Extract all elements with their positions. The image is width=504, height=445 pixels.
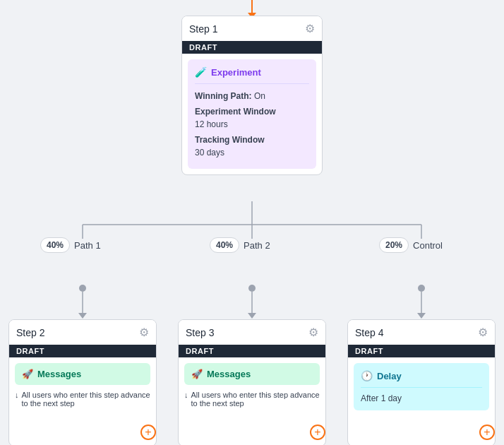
experiment-window: Experiment Window 12 hours: [195, 105, 309, 131]
svg-point-7: [79, 285, 86, 292]
step4-gear-icon[interactable]: ⚙: [478, 326, 488, 339]
svg-point-10: [248, 285, 256, 292]
svg-marker-9: [78, 313, 87, 319]
control-badge: 20% Control: [379, 237, 443, 253]
clock-icon: 🕐: [361, 370, 373, 381]
step4-delay-title: 🕐 Delay: [361, 370, 482, 388]
step3-card: Step 3 ⚙ DRAFT 🚀 Messages ↓ All users wh…: [178, 319, 326, 445]
path1-percent: 40%: [40, 237, 70, 253]
step4-add-button[interactable]: +: [479, 425, 495, 440]
experiment-title: 🧪 Experiment: [195, 66, 309, 84]
step2-title: Step 2: [16, 327, 44, 338]
step2-messages-title: 🚀 Messages: [22, 369, 143, 379]
step2-header: Step 2 ⚙: [9, 320, 156, 345]
step3-messages-title: 🚀 Messages: [191, 369, 313, 379]
control-percent: 20%: [379, 237, 409, 253]
step1-draft-badge: DRAFT: [182, 41, 322, 54]
step2-draft-badge: DRAFT: [9, 345, 156, 357]
step4-draft-badge: DRAFT: [348, 345, 495, 357]
step2-advance-text: ↓ All users who enter this step advance …: [15, 391, 150, 408]
step4-delay-value: After 1 day: [361, 393, 482, 403]
path1-badge: 40% Path 1: [40, 237, 101, 253]
step4-header: Step 4 ⚙: [348, 320, 495, 345]
svg-marker-12: [248, 313, 256, 319]
svg-marker-15: [417, 313, 426, 319]
path1-label: Path 1: [74, 240, 101, 251]
path2-label: Path 2: [244, 240, 270, 251]
step1-gear-icon[interactable]: ⚙: [305, 22, 315, 35]
experiment-box: 🧪 Experiment Winning Path: On Experiment…: [188, 59, 316, 169]
step2-messages-box: 🚀 Messages: [15, 363, 150, 385]
tracking-window: Tracking Window 30 days: [195, 134, 309, 159]
canvas: Step 1 ⚙ DRAFT 🧪 Experiment Winning Path…: [0, 0, 504, 445]
flask-icon: 🧪: [195, 66, 207, 78]
step1-card: Step 1 ⚙ DRAFT 🧪 Experiment Winning Path…: [181, 16, 323, 175]
step4-title: Step 4: [355, 327, 383, 338]
path2-badge: 40% Path 2: [210, 237, 270, 253]
step1-header: Step 1 ⚙: [182, 16, 322, 41]
step1-title: Step 1: [189, 23, 217, 35]
step3-title: Step 3: [186, 327, 214, 338]
send-icon-3: 🚀: [191, 369, 203, 379]
step3-header: Step 3 ⚙: [179, 320, 325, 345]
step2-add-button[interactable]: +: [140, 425, 156, 440]
step3-add-button[interactable]: +: [310, 425, 325, 440]
winning-path: Winning Path: On: [195, 90, 309, 102]
step2-card: Step 2 ⚙ DRAFT 🚀 Messages ↓ All users wh…: [8, 319, 157, 445]
step3-messages-box: 🚀 Messages: [184, 363, 320, 385]
step4-card: Step 4 ⚙ DRAFT 🕐 Delay After 1 day +: [347, 319, 496, 445]
step4-delay-box: 🕐 Delay After 1 day: [354, 363, 489, 410]
svg-point-13: [418, 285, 425, 292]
path2-percent: 40%: [210, 237, 239, 253]
step3-gear-icon[interactable]: ⚙: [308, 326, 318, 339]
control-label: Control: [413, 240, 443, 251]
step2-gear-icon[interactable]: ⚙: [139, 326, 149, 339]
send-icon-2: 🚀: [22, 369, 33, 379]
step3-draft-badge: DRAFT: [179, 345, 325, 357]
step3-advance-text: ↓ All users who enter this step advance …: [184, 391, 320, 408]
